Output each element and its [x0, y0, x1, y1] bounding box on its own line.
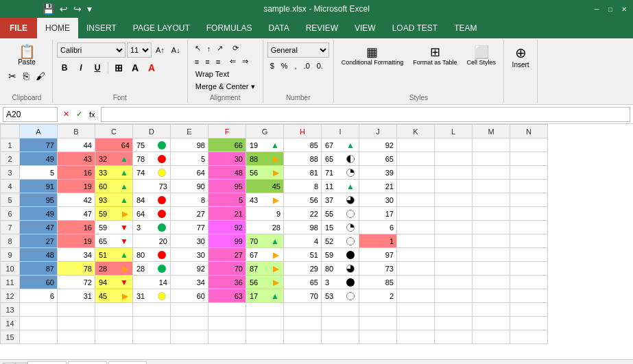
cell-r13-c4[interactable]: [171, 303, 208, 317]
currency-btn[interactable]: $: [267, 60, 277, 71]
cell-r9-c1[interactable]: 34: [58, 248, 95, 262]
qa-dropdown-btn[interactable]: ▾: [86, 3, 93, 14]
cell-r9-c0[interactable]: 48: [20, 248, 58, 262]
cell-r12-c5[interactable]: 63: [208, 289, 246, 303]
cell-r3-c11[interactable]: [435, 166, 473, 180]
increase-decimal-btn[interactable]: .0: [301, 60, 313, 71]
cell-r10-c7[interactable]: 29: [284, 262, 322, 276]
wrap-text-button[interactable]: Wrap Text: [192, 69, 232, 80]
cell-r5-c2[interactable]: 93▲: [95, 193, 133, 207]
tab-data[interactable]: DATA: [260, 18, 297, 38]
insert-function-btn[interactable]: fx: [86, 108, 98, 120]
cell-r14-c8[interactable]: [322, 317, 359, 330]
cell-r7-c10[interactable]: [397, 221, 435, 234]
col-header-M[interactable]: M: [473, 125, 510, 138]
cell-r5-c11[interactable]: [435, 193, 473, 207]
cell-r12-c2[interactable]: 45▶: [95, 289, 133, 303]
tab-home[interactable]: HOME: [37, 18, 78, 38]
cell-r7-c11[interactable]: [435, 221, 473, 234]
cell-r4-c10[interactable]: [397, 180, 435, 193]
cell-r8-c6[interactable]: 70▲: [246, 234, 284, 248]
cell-r13-c3[interactable]: [133, 303, 171, 317]
cell-r12-c10[interactable]: [397, 289, 435, 303]
cell-r5-c10[interactable]: [397, 193, 435, 207]
row-header-8[interactable]: 8: [1, 234, 20, 248]
cell-r7-c1[interactable]: 16: [58, 221, 95, 234]
col-header-L[interactable]: L: [435, 125, 473, 138]
comma-btn[interactable]: ,: [292, 60, 300, 71]
cell-r10-c11[interactable]: [435, 262, 473, 276]
cell-r5-c3[interactable]: 84: [133, 193, 171, 207]
cell-r4-c11[interactable]: [435, 180, 473, 193]
cell-r11-c9[interactable]: 85: [359, 276, 397, 289]
cell-r14-c12[interactable]: [473, 317, 510, 330]
row-header-6[interactable]: 6: [1, 207, 20, 221]
cell-r12-c1[interactable]: 31: [58, 289, 95, 303]
cell-r12-c6[interactable]: 17▲: [246, 289, 284, 303]
cell-r11-c6[interactable]: 56▶: [246, 276, 284, 289]
cell-r3-c2[interactable]: 33▲: [95, 166, 133, 180]
cell-r15-c5[interactable]: [208, 330, 246, 344]
cell-r6-c7[interactable]: 22: [284, 207, 322, 221]
cell-r2-c9[interactable]: 65: [359, 152, 397, 166]
save-quick-btn[interactable]: 💾: [41, 3, 56, 14]
merge-center-button[interactable]: Merge & Center ▾: [192, 81, 259, 93]
cell-r14-c11[interactable]: [435, 317, 473, 330]
cell-r10-c8[interactable]: 80: [322, 262, 359, 276]
cell-r12-c3[interactable]: 31: [133, 289, 171, 303]
cell-r9-c6[interactable]: 67▶: [246, 248, 284, 262]
formula-input[interactable]: [101, 107, 630, 122]
cell-r2-c13[interactable]: [510, 152, 548, 166]
cell-r1-c9[interactable]: 92: [359, 138, 397, 152]
cell-r5-c0[interactable]: 95: [20, 193, 58, 207]
cell-r13-c6[interactable]: [246, 303, 284, 317]
cell-r2-c5[interactable]: 30: [208, 152, 246, 166]
cell-r12-c8[interactable]: 53: [322, 289, 359, 303]
cell-r7-c3[interactable]: 3: [133, 221, 171, 234]
row-header-13[interactable]: 13: [1, 303, 20, 317]
cell-r12-c7[interactable]: 70: [284, 289, 322, 303]
tab-page-layout[interactable]: PAGE LAYOUT: [125, 18, 198, 38]
cell-r2-c8[interactable]: 65: [322, 152, 359, 166]
number-format-select[interactable]: General: [267, 43, 329, 58]
cell-r14-c4[interactable]: [171, 317, 208, 330]
font-name-select[interactable]: Calibri: [57, 43, 126, 58]
tab-file[interactable]: FILE: [0, 18, 37, 38]
cell-r2-c12[interactable]: [473, 152, 510, 166]
cell-r6-c13[interactable]: [510, 207, 548, 221]
fill-color-button[interactable]: A: [128, 60, 143, 75]
cell-r12-c0[interactable]: 6: [20, 289, 58, 303]
cell-r6-c11[interactable]: [435, 207, 473, 221]
row-header-1[interactable]: 1: [1, 138, 20, 152]
col-header-K[interactable]: K: [397, 125, 435, 138]
cell-r8-c8[interactable]: 52: [322, 234, 359, 248]
col-header-E[interactable]: E: [171, 125, 208, 138]
cell-r6-c9[interactable]: 17: [359, 207, 397, 221]
cell-r10-c12[interactable]: [473, 262, 510, 276]
format-as-table-button[interactable]: ⊞ Format as Table: [409, 43, 460, 69]
cell-r2-c4[interactable]: 5: [171, 152, 208, 166]
cell-r6-c8[interactable]: 55: [322, 207, 359, 221]
cell-r14-c9[interactable]: [359, 317, 397, 330]
cell-r8-c2[interactable]: 65▼: [95, 234, 133, 248]
cell-r11-c1[interactable]: 72: [58, 276, 95, 289]
cell-r2-c2[interactable]: 32▲: [95, 152, 133, 166]
cell-r7-c2[interactable]: 59▼: [95, 221, 133, 234]
cell-r3-c5[interactable]: 48: [208, 166, 246, 180]
paste-button[interactable]: 📋 Paste: [12, 43, 42, 68]
cell-r2-c3[interactable]: 78: [133, 152, 171, 166]
align-left-btn[interactable]: ≡: [192, 56, 202, 67]
cell-r9-c5[interactable]: 27: [208, 248, 246, 262]
cell-r6-c5[interactable]: 21: [208, 207, 246, 221]
tab-team[interactable]: TEAM: [446, 18, 485, 38]
cell-r6-c0[interactable]: 49: [20, 207, 58, 221]
cell-r2-c0[interactable]: 49: [20, 152, 58, 166]
tab-insert[interactable]: INSERT: [78, 18, 125, 38]
cell-r13-c10[interactable]: [397, 303, 435, 317]
cell-r4-c12[interactable]: [473, 180, 510, 193]
align-top-left-btn[interactable]: ↖: [192, 43, 204, 54]
cell-r14-c7[interactable]: [284, 317, 322, 330]
cell-r15-c2[interactable]: [95, 330, 133, 344]
cell-r11-c12[interactable]: [473, 276, 510, 289]
cancel-formula-btn[interactable]: ✕: [60, 108, 72, 120]
